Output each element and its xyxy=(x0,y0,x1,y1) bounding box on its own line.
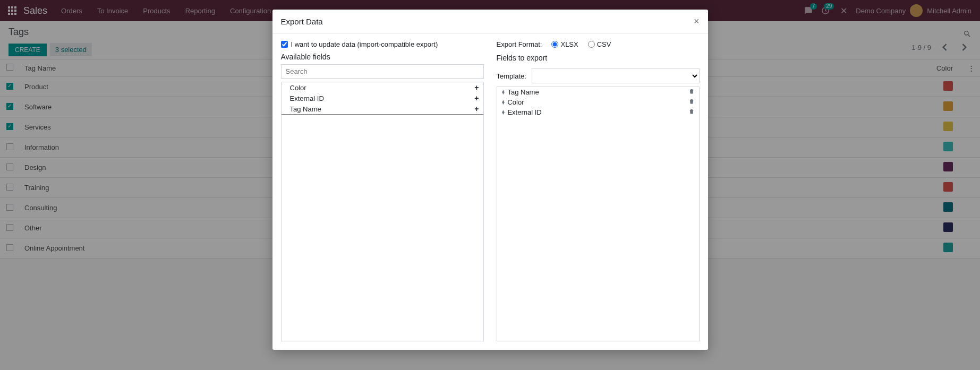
field-name: External ID xyxy=(290,94,475,102)
add-field-icon[interactable]: + xyxy=(474,83,479,92)
export-field-row[interactable]: ▲▼Tag Name xyxy=(497,87,699,97)
modal-overlay[interactable]: Export Data × I want to update data (imp… xyxy=(0,0,980,370)
import-compatible-label: I want to update data (import-compatible… xyxy=(291,40,438,48)
export-field-name: External ID xyxy=(507,108,688,116)
available-field-row[interactable]: External ID+ xyxy=(282,93,483,104)
drag-handle-icon[interactable]: ▲▼ xyxy=(501,100,506,105)
import-compatible-checkbox-row[interactable]: I want to update data (import-compatible… xyxy=(281,40,484,48)
export-format-label: Export Format: xyxy=(497,40,542,48)
close-icon[interactable]: × xyxy=(694,16,700,27)
add-field-icon[interactable]: + xyxy=(474,94,479,102)
format-csv-radio-row[interactable]: CSV xyxy=(588,40,611,48)
available-field-row[interactable]: Tag Name+ xyxy=(282,104,483,115)
export-data-modal: Export Data × I want to update data (imp… xyxy=(272,10,708,350)
available-fields-title: Available fields xyxy=(281,53,484,61)
export-fields-list: ▲▼Tag Name▲▼Color▲▼External ID xyxy=(497,87,700,341)
fields-to-export-column: Export Format: XLSX CSV Fields to export… xyxy=(497,40,700,341)
format-csv-label: CSV xyxy=(597,40,611,48)
template-label: Template: xyxy=(497,72,526,80)
drag-handle-icon[interactable]: ▲▼ xyxy=(501,110,506,115)
modal-title: Export Data xyxy=(281,17,694,26)
fields-to-export-title: Fields to export xyxy=(497,54,700,62)
import-compatible-checkbox[interactable] xyxy=(281,41,288,48)
format-xlsx-label: XLSX xyxy=(560,40,578,48)
template-select[interactable] xyxy=(532,68,700,83)
add-field-icon[interactable]: + xyxy=(474,105,479,113)
available-field-row[interactable]: Color+ xyxy=(282,82,483,93)
available-fields-column: I want to update data (import-compatible… xyxy=(281,40,484,341)
export-field-row[interactable]: ▲▼Color xyxy=(497,97,699,107)
export-field-name: Color xyxy=(507,98,688,106)
drag-handle-icon[interactable]: ▲▼ xyxy=(501,90,506,94)
search-input[interactable] xyxy=(281,64,484,79)
export-field-row[interactable]: ▲▼External ID xyxy=(497,107,699,117)
format-xlsx-radio-row[interactable]: XLSX xyxy=(551,40,578,48)
format-csv-radio[interactable] xyxy=(588,41,595,48)
remove-field-icon[interactable] xyxy=(688,108,695,116)
field-name: Tag Name xyxy=(290,105,475,113)
remove-field-icon[interactable] xyxy=(688,98,695,106)
field-name: Color xyxy=(290,84,475,92)
export-field-name: Tag Name xyxy=(507,88,688,96)
format-xlsx-radio[interactable] xyxy=(551,41,558,48)
remove-field-icon[interactable] xyxy=(688,88,695,96)
available-fields-list: Color+External ID+Tag Name+ xyxy=(281,82,484,341)
